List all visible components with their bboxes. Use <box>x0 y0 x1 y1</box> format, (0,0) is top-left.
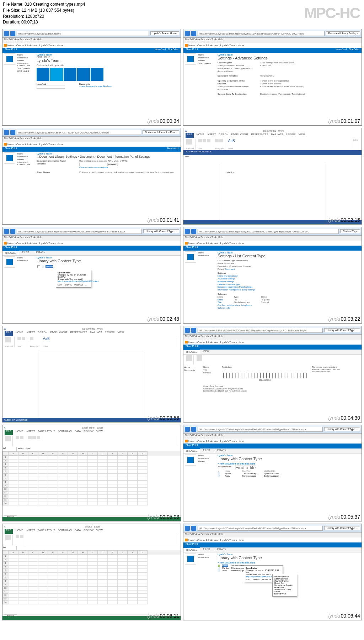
file-info-header: File Name: 018 Creating content types.mp… <box>0 0 364 27</box>
browser-toolbar: http://myserver/Layouts/15/start.aspx#/ … <box>2 29 181 38</box>
sp-icon <box>4 44 7 47</box>
thumbnail[interactable]: http://myserver/Layouts/15/start.aspx#/L… <box>183 227 362 324</box>
barcode: |||||||||||||||||||||||||||| <box>222 372 308 379</box>
thumbnail[interactable]: http://myserver/Library%20with%20Content… <box>183 326 362 423</box>
back-button[interactable] <box>4 31 9 36</box>
mpc-logo: MPC-HC <box>304 3 360 24</box>
file-callout: My doc.docx Changed by you on 1/14/2015 … <box>56 270 91 288</box>
thumbnail-grid: http://myserver/Layouts/15/start.aspx#/ … <box>0 27 364 623</box>
timestamp: 00:00:34 <box>160 118 180 124</box>
thumbnail[interactable]: http://myserver/Layouts/15/start.aspx#/L… <box>2 227 181 324</box>
sidebar-item[interactable]: Recent <box>17 59 34 62</box>
thumbnail[interactable]: http://myserver/Layouts/15/start.aspx#/L… <box>183 524 362 620</box>
browser-tab[interactable]: Lynda's Team - Home <box>150 31 179 35</box>
edit-links[interactable]: EDIT LINKS <box>17 70 34 73</box>
sidebar-item[interactable]: Documents <box>17 56 34 59</box>
tile[interactable] <box>91 68 103 81</box>
thumbnail[interactable]: http://myserver/Layouts/15/start.aspx#/ … <box>2 29 181 126</box>
doc-properties-bar: DOCUMENT PROPERTIES <box>183 150 362 155</box>
thumbnail[interactable]: XExcel Table - Excel FILE HOME INSERT PA… <box>2 425 181 521</box>
sidebar-item[interactable]: Library with Content Type <box>17 62 34 67</box>
find-file-input[interactable] <box>235 466 256 469</box>
url-bar[interactable]: http://myserver/Layouts/15/start.aspx#/ <box>17 31 149 36</box>
newsfeed-input[interactable] <box>37 85 65 89</box>
thumbnail[interactable]: XBook2 - Excel FILE HOME INSERT PAGE LAY… <box>2 524 181 620</box>
page-title: Lynda's Team <box>37 58 178 63</box>
sidebar-item[interactable]: Site Contents <box>17 67 34 70</box>
tile[interactable] <box>64 68 76 81</box>
thumbnail[interactable]: http://myserver/Layouts/15/listedit.aspx… <box>2 128 181 225</box>
thumbnail[interactable]: http://myserver/Layouts/15/start.aspx#/L… <box>183 425 362 521</box>
thumbnail[interactable]: http://myserver/Layouts/15/start.aspx#/L… <box>183 29 362 126</box>
watermark: lynda <box>148 118 159 124</box>
menu-bar[interactable]: File Edit View Favorites Tools Help <box>2 38 181 43</box>
promoted-tiles <box>37 68 178 81</box>
tile[interactable] <box>77 68 90 81</box>
sharepoint-bar: SharePointNewsfeedOneDrive <box>2 48 181 53</box>
sidebar-item[interactable]: Home <box>17 53 34 56</box>
thumbnail[interactable]: WDocument1 - Word FILE HOME INSERT DESIG… <box>183 128 362 225</box>
sidebar: Home Documents Recent Library with Conte… <box>17 53 34 125</box>
browse-button[interactable]: Browse... <box>108 163 118 166</box>
context-menu: View Properties Edit Properties View in … <box>272 574 297 597</box>
site-subtitle: Lynda's Team <box>37 53 178 56</box>
tile[interactable] <box>50 68 63 81</box>
spreadsheet-grid[interactable]: ABCDEFGHIJKLMN 1234567891011121314 <box>2 451 181 515</box>
tile[interactable] <box>37 68 49 81</box>
site-logo[interactable] <box>4 53 15 65</box>
breadcrumb: Home - Central Administra... Lynda's Tea… <box>2 43 181 48</box>
thumbnail[interactable]: WDocument2 - Word FILE HOME INSERT DESIG… <box>2 326 181 423</box>
forward-button[interactable] <box>10 31 15 36</box>
